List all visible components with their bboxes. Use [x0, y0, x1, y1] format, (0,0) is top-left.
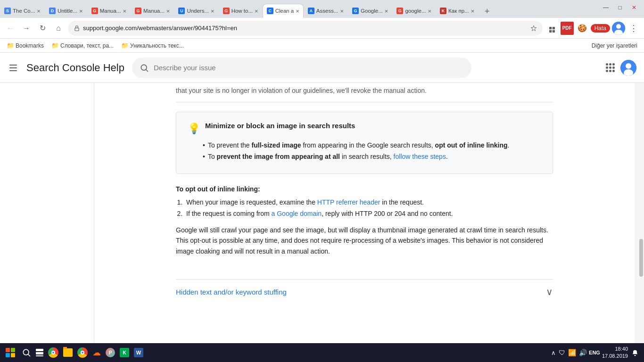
action-center-button[interactable]	[630, 347, 640, 358]
chrome-frame: S The Co... × D Untitle... × G Manua... …	[0, 0, 644, 53]
chrome-taskbar-button-2[interactable]	[75, 345, 90, 360]
profile-error-button[interactable]: Hata	[591, 24, 610, 33]
tab-title-7: Clean a	[275, 8, 294, 14]
soundcloud-icon: ☁	[92, 347, 101, 358]
main-content: that your site is no longer in violation…	[0, 83, 644, 343]
network-icon[interactable]: 📶	[567, 349, 577, 356]
search-taskbar-button[interactable]	[20, 345, 33, 360]
maximize-button[interactable]: □	[614, 3, 626, 12]
tip-bullet-2-text: To prevent the image from appearing at a…	[208, 153, 448, 160]
tab-favicon-6: G	[223, 8, 230, 14]
antivirus-icon[interactable]: 🛡	[558, 349, 566, 356]
collapsible-title: Hidden text and/or keyword stuffing	[176, 288, 287, 296]
other-bookmarks[interactable]: Diğer yer işaretleri	[589, 41, 640, 50]
bookmarks-folder[interactable]: 📁 Bookmarks	[4, 41, 47, 50]
tab-title-9: Google...	[361, 8, 383, 14]
collapsible-section[interactable]: Hidden text and/or keyword stuffing ∨	[176, 279, 553, 304]
tab-6[interactable]: G How to... ×	[219, 4, 263, 18]
extensions-button[interactable]	[545, 22, 559, 35]
grid-dots-icon	[606, 63, 615, 72]
forward-button[interactable]: →	[20, 22, 33, 35]
minimize-button[interactable]: —	[600, 3, 612, 12]
tip-title: Minimize or block an image in search res…	[205, 122, 355, 130]
tip-bullet-1: To prevent the full-sized image from app…	[203, 141, 541, 149]
file-explorer-button[interactable]	[61, 345, 74, 360]
scrollbar-thumb[interactable]	[639, 239, 643, 277]
lightbulb-icon: 💡	[188, 123, 200, 135]
tab-11[interactable]: K Как пр... ×	[436, 4, 479, 18]
tab-close-3[interactable]: ×	[123, 8, 126, 15]
step-1: When your image is requested, examine th…	[184, 198, 553, 206]
tab-favicon-11: K	[440, 8, 446, 14]
pdf-extension-icon[interactable]: PDF	[561, 22, 574, 35]
tab-close-4[interactable]: ×	[166, 8, 170, 15]
chrome-taskbar-button[interactable]	[46, 345, 60, 360]
http-referrer-link[interactable]: HTTP referrer header	[317, 198, 380, 206]
tip-bold-2: opt out of inline linking	[435, 141, 508, 149]
address-icons: PDF 🍪 Hata ⋮	[545, 22, 640, 35]
tab-close-5[interactable]: ×	[211, 8, 215, 15]
tab-close-8[interactable]: ×	[340, 8, 344, 15]
tab-close-2[interactable]: ×	[79, 8, 83, 15]
tab-title-6: How to...	[231, 8, 253, 14]
bookmark-star-icon[interactable]	[530, 25, 537, 32]
tab-close-1[interactable]: ×	[37, 8, 41, 15]
kaspersky-button[interactable]: K	[118, 345, 131, 360]
url-text: support.google.com/webmasters/answer/904…	[83, 25, 528, 32]
chrome-menu-button[interactable]: ⋮	[627, 22, 640, 35]
collapsible-wrapper: Hidden text and/or keyword stuffing ∨	[162, 279, 567, 304]
tab-2[interactable]: D Untitle... ×	[45, 4, 87, 18]
svg-rect-1	[549, 27, 552, 29]
soundcloud-button[interactable]: ☁	[91, 345, 103, 360]
tab-close-11[interactable]: ×	[471, 8, 475, 15]
bookmarks-folder-3[interactable]: 📁 Уникальность текс...	[118, 41, 187, 50]
inline-title: To opt out of inline linking:	[176, 185, 553, 193]
home-button[interactable]: ⌂	[52, 22, 65, 35]
new-tab-button[interactable]: +	[480, 5, 494, 18]
picsart-button[interactable]: P	[104, 345, 117, 360]
bookmarks-right: Diğer yer işaretleri	[589, 41, 640, 50]
back-button[interactable]: ←	[4, 22, 17, 35]
google-account-avatar[interactable]	[620, 60, 636, 76]
start-button[interactable]	[2, 345, 19, 360]
google-apps-button[interactable]	[602, 59, 619, 76]
task-view-button[interactable]	[34, 345, 45, 360]
language-indicator: ENG	[589, 350, 600, 355]
search-input[interactable]	[154, 64, 464, 72]
tab-close-6[interactable]: ×	[255, 8, 258, 15]
chrome-taskbar-icon	[48, 347, 58, 358]
user-avatar[interactable]	[612, 22, 625, 35]
hamburger-menu[interactable]	[8, 63, 19, 73]
tab-close-9[interactable]: ×	[385, 8, 388, 15]
tab-3[interactable]: G Manua... ×	[87, 4, 131, 18]
tab-close-7[interactable]: ×	[296, 8, 299, 15]
show-hidden-icon[interactable]: ∧	[550, 349, 557, 356]
close-button[interactable]: ✕	[628, 3, 640, 12]
tab-5[interactable]: U Unders... ×	[174, 4, 218, 18]
tab-9[interactable]: G Google... ×	[348, 4, 392, 18]
cookie-extension-icon[interactable]: 🍪	[576, 22, 589, 35]
volume-icon[interactable]: 🔊	[578, 349, 588, 356]
reload-button[interactable]: ↻	[36, 22, 49, 35]
bookmarks-folder-2[interactable]: 📁 Словари, текст, ра...	[49, 41, 116, 50]
follow-steps-link[interactable]: follow these steps	[394, 153, 446, 160]
header-icons	[602, 59, 636, 76]
tab-favicon-5: U	[178, 8, 185, 14]
word-button[interactable]: W	[132, 345, 145, 360]
content-area: that your site is no longer in violation…	[94, 83, 635, 343]
tip-box: 💡 Minimize or block an image in search r…	[176, 112, 553, 174]
tab-8[interactable]: A Assess... ×	[304, 4, 348, 18]
taskbar-clock[interactable]: 18:40 17.08.2019	[602, 346, 628, 360]
tab-4[interactable]: G Manua... ×	[131, 4, 174, 18]
tab-7[interactable]: C Clean a ×	[263, 4, 304, 18]
tab-1[interactable]: S The Co... ×	[0, 4, 45, 18]
tab-title-4: Manua...	[143, 8, 165, 14]
tab-title-8: Assess...	[316, 8, 339, 14]
url-bar[interactable]: support.google.com/webmasters/answer/904…	[68, 21, 543, 36]
tab-favicon-2: D	[49, 8, 56, 14]
google-domain-link[interactable]: a Google domain	[272, 210, 322, 217]
google-header: Search Console Help	[0, 53, 644, 83]
tab-10[interactable]: G google... ×	[392, 4, 436, 18]
tab-close-10[interactable]: ×	[428, 8, 432, 15]
svg-rect-2	[552, 27, 554, 29]
